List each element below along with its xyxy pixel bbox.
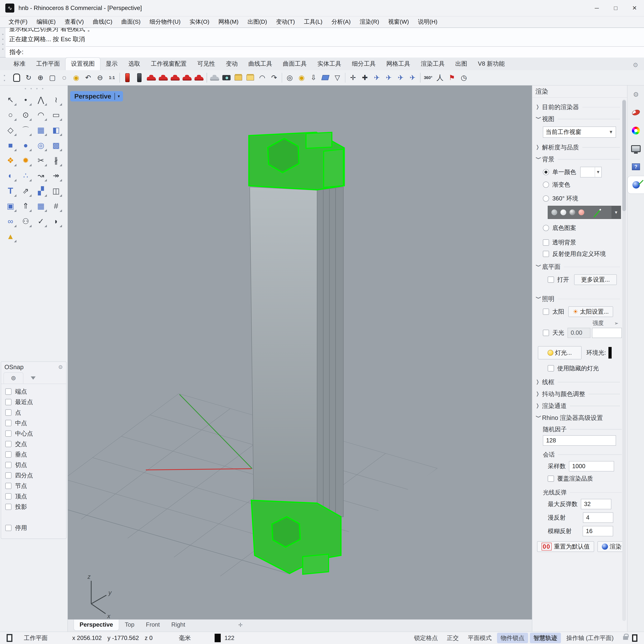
curve-tool[interactable]: ≀ <box>48 92 64 107</box>
skylight-checkbox[interactable] <box>543 330 549 336</box>
section-wireframe[interactable]: ❭线框 <box>535 378 622 386</box>
mapping-plane-icon[interactable] <box>319 72 331 84</box>
random-seed-input[interactable]: 128 <box>543 435 616 446</box>
toolbar-button[interactable] <box>418 72 422 83</box>
plugin-tool[interactable]: ❖ <box>3 153 18 168</box>
view-side-car-icon[interactable] <box>157 72 169 84</box>
zoom-target-icon[interactable]: ◉ <box>70 72 82 84</box>
minimize-button[interactable]: ─ <box>587 0 606 16</box>
plane-a-icon[interactable]: ✈ <box>371 72 383 84</box>
ribbon-tab[interactable]: 细分工具 <box>346 58 381 70</box>
command-history[interactable]: 显示模式已切换为"着色模式"。 正在建立网格... 按 Esc 取消 <box>6 28 644 46</box>
section-background[interactable]: ❭背景 <box>535 155 622 163</box>
skylight-intensity-input[interactable]: 0.00 <box>568 328 590 338</box>
ambient-color-swatch[interactable] <box>608 347 612 358</box>
section-ground-plane[interactable]: ❭底平面 <box>535 263 622 271</box>
ribbon-gear-icon[interactable]: ⚙ <box>633 61 638 70</box>
menu-item[interactable]: 曲线(C) <box>88 18 117 26</box>
ribbon-tab[interactable]: 可见性 <box>192 58 220 70</box>
osnap-gear-icon[interactable]: ⚙ <box>58 364 63 370</box>
override-quality-checkbox[interactable] <box>548 476 554 482</box>
diffuse-input[interactable]: 4 <box>583 512 613 523</box>
menu-item[interactable]: 编辑(E) <box>32 18 60 26</box>
menu-item[interactable]: 工具(L) <box>299 18 327 26</box>
ribbon-tab[interactable]: 出图 <box>450 58 473 70</box>
hidden-lights-checkbox[interactable] <box>548 365 554 371</box>
surface-grid-tool[interactable]: ▩ <box>48 138 64 153</box>
color-wheel-icon[interactable] <box>627 122 644 140</box>
reset-defaults-button[interactable]: 00 重置为默认值 <box>537 541 594 552</box>
group-tool[interactable]: ∴ <box>18 168 33 183</box>
add-viewport-tab-icon[interactable]: ✛ <box>236 619 245 631</box>
ribbon-tab[interactable]: 工作平面 <box>31 58 65 70</box>
zoom-selected-icon[interactable]: ◌ <box>58 72 70 84</box>
osnap-checkbox[interactable] <box>5 472 11 478</box>
array-tool[interactable]: ▦ <box>33 198 48 213</box>
ribbon-tab[interactable]: 标准 <box>8 58 31 70</box>
gradient-radio[interactable] <box>543 182 549 188</box>
blend-surface-tool[interactable]: ∞ <box>3 213 18 229</box>
ribbon-tab[interactable]: 工作视窗配置 <box>146 58 192 70</box>
menu-item[interactable]: 出图(D) <box>243 18 272 26</box>
max-bounces-input[interactable]: 32 <box>581 499 611 509</box>
lock-icon[interactable] <box>623 636 628 640</box>
mirror-tool[interactable]: ◫ <box>48 183 64 198</box>
status-toggle[interactable]: 智慧轨迹 <box>530 633 561 643</box>
menu-item[interactable]: 视窗(W) <box>384 18 413 26</box>
samples-input[interactable]: 1000 <box>569 461 614 471</box>
trim-tool[interactable]: ✂ <box>33 153 48 168</box>
filter-frame-icon[interactable] <box>632 634 637 642</box>
status-toggle[interactable]: 物件锁点 <box>497 633 528 643</box>
cplane-button[interactable]: 工作平面 <box>24 634 48 642</box>
split-tool[interactable]: ∦ <box>48 153 64 168</box>
cplane-frame-icon[interactable] <box>7 634 12 642</box>
ground-plane-on-checkbox[interactable] <box>548 277 554 283</box>
osnap-checkbox[interactable] <box>5 409 11 416</box>
named-view-car-icon[interactable] <box>209 72 221 84</box>
view-back-car-icon[interactable] <box>169 72 181 84</box>
lights-button[interactable]: 灯光... <box>538 346 581 359</box>
base-pattern-radio[interactable] <box>543 225 549 231</box>
loft-tool[interactable]: ◎ <box>33 138 48 153</box>
zoom-1to1-icon[interactable]: 1:1 <box>106 72 118 84</box>
skylight-extra-input[interactable] <box>592 328 622 338</box>
section-lighting[interactable]: ❭照明 <box>535 295 622 303</box>
osnap-checkbox[interactable] <box>5 399 11 405</box>
blend-curve-tool[interactable]: ↝ <box>33 168 48 183</box>
status-toggle[interactable]: 平面模式 <box>464 633 495 643</box>
named-view-dark-icon[interactable] <box>133 72 145 84</box>
box-tool[interactable]: ■ <box>3 138 18 153</box>
view-target-select[interactable]: 当前工作视窗▼ <box>543 127 616 138</box>
ribbon-tab[interactable]: V8 新功能 <box>473 58 510 70</box>
target-flag-icon[interactable]: ⚑ <box>446 72 458 84</box>
maximize-button[interactable]: □ <box>606 0 625 16</box>
pyramid-tool[interactable]: ▲ <box>3 229 18 244</box>
background-color-select[interactable]: ▼ <box>580 167 602 177</box>
osnap-tab-filter[interactable] <box>23 372 43 384</box>
section-current-renderer[interactable]: ❭目前的渲染器 <box>535 103 622 111</box>
menu-item[interactable]: 细分物件(U) <box>145 18 185 26</box>
rectangle-tool[interactable]: ▭ <box>48 107 64 122</box>
status-toggle[interactable]: 锁定格点 <box>410 633 442 643</box>
sun-settings-button[interactable]: ☀ 太阳设置... <box>568 306 613 317</box>
viewport-tab[interactable]: Right <box>166 620 191 631</box>
polyline-tool[interactable]: ⋀ <box>33 92 48 107</box>
rotate-view-icon[interactable]: ↻ <box>23 72 34 84</box>
ribbon-tab[interactable]: 曲线工具 <box>243 58 278 70</box>
solid-edit-tool[interactable]: ◗ <box>48 213 64 229</box>
check-tool[interactable]: ✓ <box>33 213 48 229</box>
reflection-env-checkbox[interactable] <box>543 251 549 257</box>
view-360-icon[interactable]: 360° <box>422 72 434 84</box>
menu-item[interactable]: 渲染(R) <box>355 18 384 26</box>
command-prompt-input[interactable]: 指令: <box>6 46 644 57</box>
select-tool[interactable]: ↖ <box>3 92 18 107</box>
ribbon-tab[interactable]: 设置视图 <box>65 57 100 70</box>
zoom-out-icon[interactable]: ⊖ <box>94 72 106 84</box>
ribbon-tab[interactable]: 变动 <box>220 58 243 70</box>
gumball-1-icon[interactable]: ✛ <box>347 72 359 84</box>
drop-cplane-icon[interactable]: ⇩ <box>308 72 319 84</box>
gumball-2-icon[interactable]: ✚ <box>359 72 371 84</box>
explode-tool[interactable]: ✹ <box>18 153 33 168</box>
swept-surface-tool[interactable]: ◧ <box>48 122 64 137</box>
view-top-car-icon[interactable] <box>181 72 193 84</box>
